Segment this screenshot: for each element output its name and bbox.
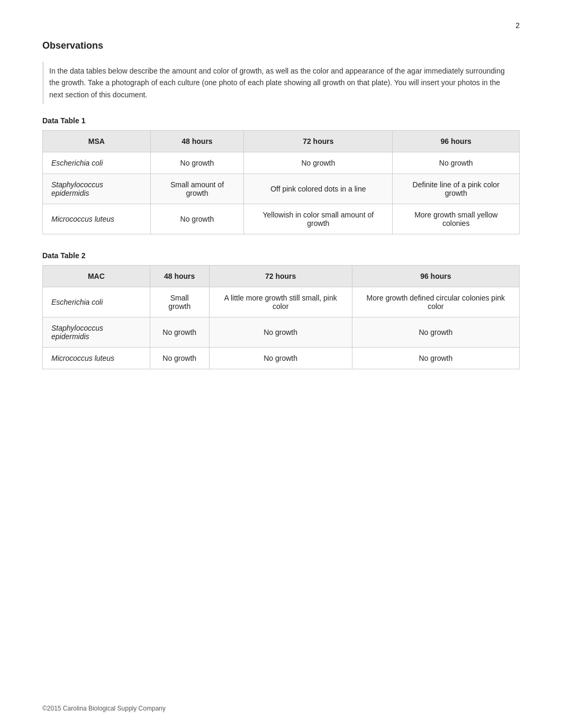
- t2-r1-72h: A little more growth still small, pink c…: [209, 287, 352, 317]
- intro-text: In the data tables below describe the am…: [42, 62, 520, 104]
- table-row: Staphylococcus epidermidis Small amount …: [43, 174, 520, 204]
- table2-title: Data Table 2: [42, 251, 520, 260]
- footer: ©2015 Carolina Biological Supply Company: [42, 705, 166, 712]
- table2-col-96h: 96 hours: [352, 266, 519, 287]
- t1-r1-org: Escherichia coli: [43, 152, 151, 174]
- page-number: 2: [42, 21, 520, 30]
- t1-r3-96h: More growth small yellow colonies: [393, 204, 520, 234]
- t1-r2-48h: Small amount of growth: [150, 174, 243, 204]
- table1-title: Data Table 1: [42, 116, 520, 125]
- table-row: Micrococcus luteus No growth Yellowish i…: [43, 204, 520, 234]
- t1-r1-96h: No growth: [393, 152, 520, 174]
- table2-col-72h: 72 hours: [209, 266, 352, 287]
- t2-r1-48h: Small growth: [150, 287, 209, 317]
- t2-r3-48h: No growth: [150, 348, 209, 369]
- table1-col-72h: 72 hours: [244, 131, 393, 152]
- section-title: Observations: [42, 40, 520, 51]
- table1: MSA 48 hours 72 hours 96 hours Escherich…: [42, 130, 520, 234]
- t2-r3-96h: No growth: [352, 348, 519, 369]
- table-row: Micrococcus luteus No growth No growth N…: [43, 348, 520, 369]
- table1-col-48h: 48 hours: [150, 131, 243, 152]
- table-row: Escherichia coli Small growth A little m…: [43, 287, 520, 317]
- t1-r2-72h: Off pink colored dots in a line: [244, 174, 393, 204]
- t2-r2-org: Staphylococcus epidermidis: [43, 317, 150, 348]
- t2-r2-96h: No growth: [352, 317, 519, 348]
- t2-r2-48h: No growth: [150, 317, 209, 348]
- t1-r3-48h: No growth: [150, 204, 243, 234]
- table-row: Escherichia coli No growth No growth No …: [43, 152, 520, 174]
- t2-r1-org: Escherichia coli: [43, 287, 150, 317]
- t2-r2-72h: No growth: [209, 317, 352, 348]
- table2-col-mac: MAC: [43, 266, 150, 287]
- t1-r1-48h: No growth: [150, 152, 243, 174]
- t1-r2-org: Staphylococcus epidermidis: [43, 174, 151, 204]
- table1-col-96h: 96 hours: [393, 131, 520, 152]
- t1-r1-72h: No growth: [244, 152, 393, 174]
- table2: MAC 48 hours 72 hours 96 hours Escherich…: [42, 265, 520, 369]
- table2-col-48h: 48 hours: [150, 266, 209, 287]
- t1-r3-72h: Yellowish in color small amount of growt…: [244, 204, 393, 234]
- t1-r3-org: Micrococcus luteus: [43, 204, 151, 234]
- t2-r3-72h: No growth: [209, 348, 352, 369]
- table1-col-msa: MSA: [43, 131, 151, 152]
- t2-r1-96h: More growth defined circular colonies pi…: [352, 287, 519, 317]
- t2-r3-org: Micrococcus luteus: [43, 348, 150, 369]
- t1-r2-96h: Definite line of a pink color growth: [393, 174, 520, 204]
- table-row: Staphylococcus epidermidis No growth No …: [43, 317, 520, 348]
